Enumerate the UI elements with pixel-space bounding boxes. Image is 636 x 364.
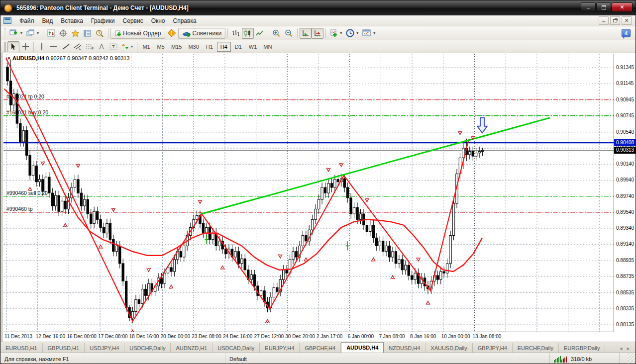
status-profile[interactable]: Default	[225, 353, 550, 364]
chart-tab-gbpjpy-h4[interactable]: GBPJPY,H4	[473, 343, 513, 353]
autoscroll-button[interactable]	[300, 28, 312, 39]
price-axis[interactable]: 0.90408 0.90313 0.913450.911450.909450.9…	[614, 54, 636, 332]
timeframe-mn[interactable]: MN	[260, 42, 275, 52]
chevron-down-icon: ▾	[37, 31, 39, 35]
svg-text:#990460 tp: #990460 tp	[6, 206, 33, 212]
navigator-button[interactable]	[69, 28, 82, 39]
crosshair-tool[interactable]	[19, 41, 31, 52]
menu-сервис[interactable]: Сервис	[119, 16, 147, 25]
chart-tab-nzdusd-h4[interactable]: NZDUSD,H4	[384, 343, 425, 353]
timeframe-m1[interactable]: M1	[139, 42, 153, 52]
menu-справка[interactable]: Справка	[169, 16, 201, 25]
timeframe-h1[interactable]: H1	[203, 42, 216, 52]
bar-chart-button[interactable]	[230, 28, 242, 39]
profiles-button[interactable]: ▾	[24, 28, 41, 39]
tab-scroll-right-icon[interactable]: ►	[626, 346, 631, 351]
chart-tab-eurjpy-h4[interactable]: EURJPY,H4	[260, 343, 300, 353]
zoom-in-button[interactable]	[270, 28, 283, 39]
chart-tab-audusd-h4[interactable]: AUDUSD,H4	[341, 342, 384, 353]
notifications-badge[interactable]: 4	[622, 29, 631, 37]
date-tick: 2 Jan 17:00	[317, 334, 342, 339]
menu-вид[interactable]: Вид	[38, 16, 57, 25]
advisors-button[interactable]: Советники	[178, 28, 226, 39]
date-tick: 12 Dec 16:00	[36, 334, 66, 339]
zoom-out-button[interactable]	[283, 28, 295, 39]
chart-tab-gbpchf-h4[interactable]: GBPCHF,H4	[300, 343, 341, 353]
price-tick: 0.88535	[616, 290, 634, 295]
standard-toolbar: ▾ ▾ Новый Ордер ! Со	[0, 26, 636, 40]
data-window-button[interactable]	[57, 28, 69, 39]
alert-button[interactable]: !	[165, 28, 178, 39]
menu-графики[interactable]: Графики	[87, 16, 119, 25]
horizontal-line-tool[interactable]	[48, 41, 60, 52]
periods-dropdown[interactable]: ▾	[344, 28, 360, 39]
minimize-button[interactable]: –	[581, 2, 596, 12]
child-restore-button[interactable]	[610, 16, 620, 25]
cursor-tool[interactable]	[7, 41, 19, 52]
close-button[interactable]: ✕	[612, 2, 633, 12]
alert-diamond-icon: !	[167, 29, 176, 37]
maximize-button[interactable]	[596, 2, 611, 12]
vertical-line-tool[interactable]	[36, 41, 48, 52]
terminal-button[interactable]	[82, 28, 94, 39]
indicators-dropdown[interactable]: ▾	[328, 28, 344, 39]
timeframe-h4[interactable]: H4	[217, 42, 231, 52]
chart-tab-usdchf-daily[interactable]: USDCHF,Daily	[124, 343, 171, 353]
label-tool[interactable]: T	[107, 41, 119, 52]
child-minimize-button[interactable]: –	[599, 16, 609, 25]
chart-shift-button[interactable]	[312, 28, 323, 39]
strategy-tester-button[interactable]	[94, 28, 106, 39]
chart-tab-usdjpy-h4[interactable]: USDJPY,H4	[85, 343, 124, 353]
text-tool[interactable]: A	[96, 41, 107, 52]
menu-вставка[interactable]: Вставка	[57, 16, 87, 25]
menu-окно[interactable]: Окно	[147, 16, 169, 25]
chart-window-icon[interactable]	[3, 17, 11, 24]
svg-text:#168021 buy 0.20: #168021 buy 0.20	[6, 109, 48, 115]
chart-tabs-bar: EURUSD,H1GBPUSD,H1USDJPY,H4USDCHF,DailyA…	[0, 342, 636, 353]
chart-tab-gbpusd-h1[interactable]: GBPUSD,H1	[43, 343, 85, 353]
chart-tab-eurchf-daily[interactable]: EURCHF,Daily	[513, 343, 559, 353]
price-chart[interactable]: #168021 tp 0.20#168021 buy 0.20#990460 s…	[3, 54, 614, 332]
date-tick: 7 Jan 08:00	[379, 334, 405, 339]
chart-tab-xauusd-daily[interactable]: XAUUSD,Daily	[425, 343, 472, 353]
templates-dropdown[interactable]: ▾	[360, 28, 377, 39]
price-tick: 0.91145	[616, 81, 634, 86]
time-axis[interactable]: 11 Dec 201312 Dec 16:0016 Dec 00:0017 De…	[3, 332, 614, 341]
tab-scroll-left-icon[interactable]: ◄	[619, 346, 623, 351]
date-tick: 30 Dec 20:00	[285, 334, 315, 339]
new-chart-button[interactable]: ▾	[7, 28, 24, 39]
timeframe-m15[interactable]: M15	[168, 42, 185, 52]
chart-tab-eurgbp-daily[interactable]: EURGBP,Daily	[559, 343, 606, 353]
toolbar-grip[interactable]	[4, 42, 6, 52]
chart-panel[interactable]: #168021 tp 0.20#168021 buy 0.20#990460 s…	[0, 53, 636, 342]
channel-tool[interactable]: E	[72, 41, 84, 52]
child-close-button[interactable]: ✕	[622, 16, 632, 25]
date-tick: 24 Dec 16:00	[223, 334, 253, 339]
timeframe-m5[interactable]: M5	[154, 42, 168, 52]
chart-tab-audnzd-h1[interactable]: AUDNZD,H1	[171, 343, 212, 353]
title-bar[interactable]: 565896: Panteon Client Terminal - Демо С…	[0, 0, 636, 15]
bar-chart-icon	[232, 29, 240, 37]
new-order-button[interactable]: Новый Ордер	[110, 28, 165, 39]
trendline-tool[interactable]	[60, 41, 72, 52]
resize-grip[interactable]	[628, 353, 636, 364]
market-watch-button[interactable]	[45, 28, 57, 39]
toolbar-grip[interactable]	[4, 28, 6, 38]
arrows-tool-dropdown[interactable]: ▾	[119, 41, 135, 52]
drawing-toolbar: E F A T ▾ M1M5M15M30H1H4D1W1MN	[0, 40, 636, 53]
date-tick: 13 Jan 08:00	[473, 334, 502, 339]
ohlc-high: 0.90347	[67, 55, 87, 61]
price-tick: 0.89940	[616, 177, 634, 182]
fibonacci-tool[interactable]: F	[84, 41, 96, 52]
line-chart-button[interactable]	[254, 28, 266, 39]
price-tick: 0.90540	[616, 129, 634, 135]
candlestick-chart-button[interactable]	[242, 28, 254, 39]
timeframe-m30[interactable]: M30	[185, 42, 202, 52]
chart-tab-eurusd-h1[interactable]: EURUSD,H1	[0, 343, 43, 353]
collapse-triangle-icon[interactable]: ▼	[7, 56, 11, 61]
timeframe-d1[interactable]: D1	[231, 42, 245, 52]
chart-tab-usdcad-daily[interactable]: USDCAD,Daily	[212, 343, 260, 353]
timeframe-w1[interactable]: W1	[246, 42, 260, 52]
chevron-down-icon: ▾	[340, 31, 342, 35]
menu-файл[interactable]: Файл	[15, 16, 38, 25]
